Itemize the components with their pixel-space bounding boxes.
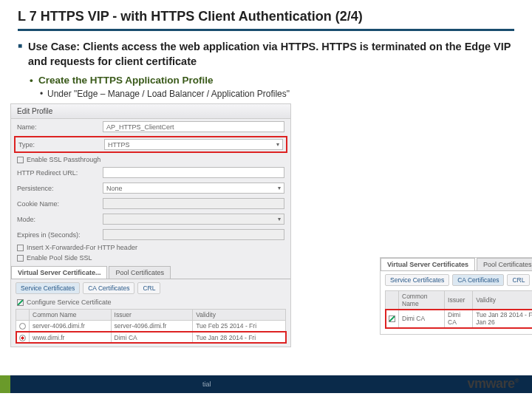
tab-virtual-server-cert[interactable]: Virtual Server Certificates [381, 258, 475, 270]
chevron-down-icon: ▾ [278, 185, 281, 191]
chevron-down-icon: ▾ [278, 216, 281, 222]
checkbox-icon[interactable] [389, 316, 395, 322]
tab-pool-cert[interactable]: Pool Certificates [477, 258, 532, 270]
edit-profile-dialog: Edit Profile Name: AP_HTTPS_ClientCert T… [10, 103, 291, 347]
footer-accent [0, 375, 10, 393]
chevron-down-icon: ▾ [276, 141, 279, 148]
subtab-crl[interactable]: CRL [137, 282, 160, 294]
subtab-ca-cert[interactable]: CA Certificates [83, 282, 134, 294]
tab-virtual-server-cert[interactable]: Virtual Server Certificate... [11, 266, 107, 279]
redirect-label: HTTP Redirect URL: [17, 169, 98, 177]
radio-icon[interactable] [19, 323, 26, 330]
poolssl-checkbox[interactable] [17, 255, 24, 262]
table-row[interactable]: Dimi CADimi CATue Jan 28 2014 - Fri Jan … [386, 310, 533, 328]
mode-label: Mode: [17, 216, 98, 223]
expires-field[interactable] [103, 229, 284, 240]
xff-label: Insert X-Forwarded-For HTTP header [27, 244, 137, 251]
bullet-create-profile: Create the HTTPS Application Profile [18, 75, 514, 86]
cookie-label: Cookie Name: [17, 200, 98, 208]
tab-pool-cert[interactable]: Pool Certificates [109, 266, 171, 279]
configure-service-cert-checkbox[interactable] [17, 299, 24, 306]
name-label: Name: [17, 123, 98, 131]
mode-select[interactable]: ▾ [103, 214, 284, 225]
slide-title: L 7 HTTPS VIP - with HTTPS Client Authen… [18, 9, 514, 31]
subtab-ca-cert[interactable]: CA Certificates [452, 274, 504, 286]
cert-panel-right: Virtual Server Certificates Pool Certifi… [380, 257, 532, 335]
subtab-service-cert[interactable]: Service Certificates [16, 282, 80, 294]
dialog-title: Edit Profile [11, 104, 290, 119]
bullet-path: Under "Edge – Manage / Load Balancer / A… [18, 89, 514, 99]
table-row[interactable]: server-4096.dimi.frserver-4096.dimi.frTu… [16, 321, 286, 332]
subtab-crl[interactable]: CRL [507, 274, 530, 286]
subtab-service-cert[interactable]: Service Certificates [385, 274, 449, 286]
radio-icon[interactable] [19, 335, 26, 341]
table-row[interactable]: www.dimi.frDimi CATue Jan 28 2014 - Fri [16, 332, 286, 343]
ca-cert-table: Common NameIssuerValidity Dimi CADimi CA… [385, 290, 532, 328]
configure-service-cert-label: Configure Service Certificate [27, 299, 112, 306]
type-label: Type: [18, 141, 100, 149]
redirect-field[interactable] [103, 167, 284, 178]
ssl-passthrough-label: Enable SSL Passthrough [27, 156, 100, 163]
cookie-field[interactable] [103, 198, 284, 209]
service-cert-table: Common NameIssuerValidity server-4096.di… [16, 309, 286, 344]
expires-label: Expires in (Seconds): [17, 231, 98, 239]
ssl-passthrough-checkbox[interactable] [17, 157, 24, 163]
bullet-usecase: Use Case: Clients access the web applica… [18, 40, 514, 69]
footer-bar: tial [0, 375, 532, 393]
poolssl-label: Enable Pool Side SSL [27, 254, 92, 262]
persistence-label: Persistence: [17, 185, 98, 192]
footer-strip: tial [10, 375, 532, 393]
vmware-logo: vmware® [468, 376, 519, 392]
persistence-select[interactable]: None▾ [103, 183, 284, 194]
xff-checkbox[interactable] [17, 245, 24, 251]
type-select[interactable]: HTTPS▾ [104, 139, 283, 150]
name-field[interactable]: AP_HTTPS_ClientCert [103, 121, 284, 132]
